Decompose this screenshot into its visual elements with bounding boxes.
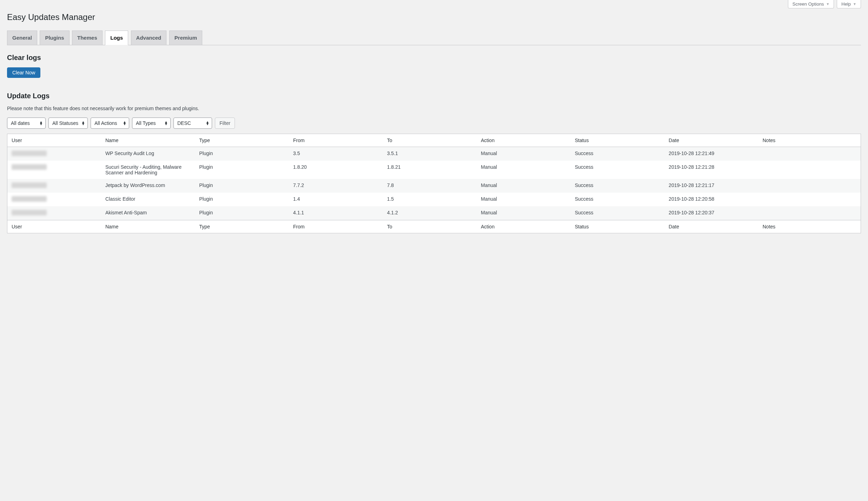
- clear-now-button[interactable]: Clear Now: [7, 67, 40, 78]
- help-toggle[interactable]: Help ▼: [837, 0, 861, 8]
- cell-notes: [758, 179, 861, 193]
- cell-to: 1.5: [383, 193, 476, 206]
- column-header-to[interactable]: To: [383, 134, 476, 147]
- redacted-user: [12, 151, 47, 156]
- cell-action: Manual: [477, 206, 571, 220]
- cell-notes: [758, 193, 861, 206]
- help-label: Help: [841, 1, 851, 7]
- cell-to: 7.8: [383, 179, 476, 193]
- screen-options-toggle[interactable]: Screen Options ▼: [788, 0, 834, 8]
- cell-user: [7, 147, 101, 161]
- redacted-user: [12, 210, 47, 215]
- column-header-notes[interactable]: Notes: [758, 134, 861, 147]
- cell-from: 1.4: [289, 193, 383, 206]
- tab-nav: GeneralPluginsThemesLogsAdvancedPremium: [7, 27, 861, 45]
- column-header-user[interactable]: User: [7, 134, 101, 147]
- column-header-name[interactable]: Name: [101, 220, 195, 233]
- column-header-user[interactable]: User: [7, 220, 101, 233]
- tab-logs[interactable]: Logs: [105, 31, 128, 45]
- tab-advanced[interactable]: Advanced: [131, 31, 167, 45]
- column-header-date[interactable]: Date: [664, 134, 758, 147]
- cell-status: Success: [571, 179, 664, 193]
- page-title: Easy Updates Manager: [7, 8, 861, 24]
- update-logs-heading: Update Logs: [7, 92, 861, 100]
- tab-premium[interactable]: Premium: [169, 31, 202, 45]
- cell-notes: [758, 147, 861, 161]
- cell-action: Manual: [477, 161, 571, 179]
- redacted-user: [12, 182, 47, 188]
- column-header-type[interactable]: Type: [195, 134, 289, 147]
- cell-date: 2019-10-28 12:21:17: [664, 179, 758, 193]
- cell-action: Manual: [477, 179, 571, 193]
- column-header-status[interactable]: Status: [571, 134, 664, 147]
- filter-types-select[interactable]: All Types: [132, 118, 171, 129]
- column-header-to[interactable]: To: [383, 220, 476, 233]
- filter-actions-select[interactable]: All Actions: [91, 118, 129, 129]
- cell-type: Plugin: [195, 147, 289, 161]
- column-header-status[interactable]: Status: [571, 220, 664, 233]
- cell-user: [7, 193, 101, 206]
- cell-type: Plugin: [195, 193, 289, 206]
- cell-type: Plugin: [195, 206, 289, 220]
- logs-table: UserNameTypeFromToActionStatusDateNotes …: [7, 134, 861, 233]
- table-row: Jetpack by WordPress.comPlugin7.7.27.8Ma…: [7, 179, 861, 193]
- cell-from: 7.7.2: [289, 179, 383, 193]
- cell-from: 1.8.20: [289, 161, 383, 179]
- tab-general[interactable]: General: [7, 31, 37, 45]
- filters-bar: All dates ▲▼ All Statuses ▲▼ All Actions…: [7, 118, 861, 129]
- clear-logs-heading: Clear logs: [7, 54, 861, 62]
- column-header-from[interactable]: From: [289, 134, 383, 147]
- filter-order-select[interactable]: DESC: [173, 118, 212, 129]
- chevron-down-icon: ▼: [826, 2, 829, 6]
- cell-status: Success: [571, 206, 664, 220]
- cell-from: 3.5: [289, 147, 383, 161]
- cell-to: 1.8.21: [383, 161, 476, 179]
- table-row: Classic EditorPlugin1.41.5ManualSuccess2…: [7, 193, 861, 206]
- cell-user: [7, 206, 101, 220]
- filter-button[interactable]: Filter: [215, 118, 235, 129]
- cell-name: Classic Editor: [101, 193, 195, 206]
- cell-date: 2019-10-28 12:21:49: [664, 147, 758, 161]
- cell-date: 2019-10-28 12:21:28: [664, 161, 758, 179]
- table-row: Sucuri Security - Auditing, Malware Scan…: [7, 161, 861, 179]
- filter-dates-select[interactable]: All dates: [7, 118, 46, 129]
- column-header-notes[interactable]: Notes: [758, 220, 861, 233]
- cell-action: Manual: [477, 147, 571, 161]
- chevron-down-icon: ▼: [853, 2, 856, 6]
- column-header-name[interactable]: Name: [101, 134, 195, 147]
- cell-user: [7, 179, 101, 193]
- screen-options-label: Screen Options: [793, 1, 824, 7]
- cell-name: WP Security Audit Log: [101, 147, 195, 161]
- tab-plugins[interactable]: Plugins: [40, 31, 69, 45]
- cell-status: Success: [571, 193, 664, 206]
- column-header-action[interactable]: Action: [477, 220, 571, 233]
- column-header-from[interactable]: From: [289, 220, 383, 233]
- cell-action: Manual: [477, 193, 571, 206]
- column-header-type[interactable]: Type: [195, 220, 289, 233]
- cell-to: 4.1.2: [383, 206, 476, 220]
- update-logs-note: Please note that this feature does not n…: [7, 106, 861, 111]
- cell-to: 3.5.1: [383, 147, 476, 161]
- table-row: Akismet Anti-SpamPlugin4.1.14.1.2ManualS…: [7, 206, 861, 220]
- cell-user: [7, 161, 101, 179]
- filter-statuses-select[interactable]: All Statuses: [48, 118, 88, 129]
- column-header-action[interactable]: Action: [477, 134, 571, 147]
- table-row: WP Security Audit LogPlugin3.53.5.1Manua…: [7, 147, 861, 161]
- cell-date: 2019-10-28 12:20:58: [664, 193, 758, 206]
- redacted-user: [12, 196, 47, 202]
- cell-name: Akismet Anti-Spam: [101, 206, 195, 220]
- redacted-user: [12, 164, 47, 170]
- cell-notes: [758, 161, 861, 179]
- column-header-date[interactable]: Date: [664, 220, 758, 233]
- cell-name: Jetpack by WordPress.com: [101, 179, 195, 193]
- cell-type: Plugin: [195, 179, 289, 193]
- tab-themes[interactable]: Themes: [72, 31, 103, 45]
- cell-date: 2019-10-28 12:20:37: [664, 206, 758, 220]
- cell-name: Sucuri Security - Auditing, Malware Scan…: [101, 161, 195, 179]
- cell-status: Success: [571, 147, 664, 161]
- cell-status: Success: [571, 161, 664, 179]
- cell-type: Plugin: [195, 161, 289, 179]
- cell-notes: [758, 206, 861, 220]
- cell-from: 4.1.1: [289, 206, 383, 220]
